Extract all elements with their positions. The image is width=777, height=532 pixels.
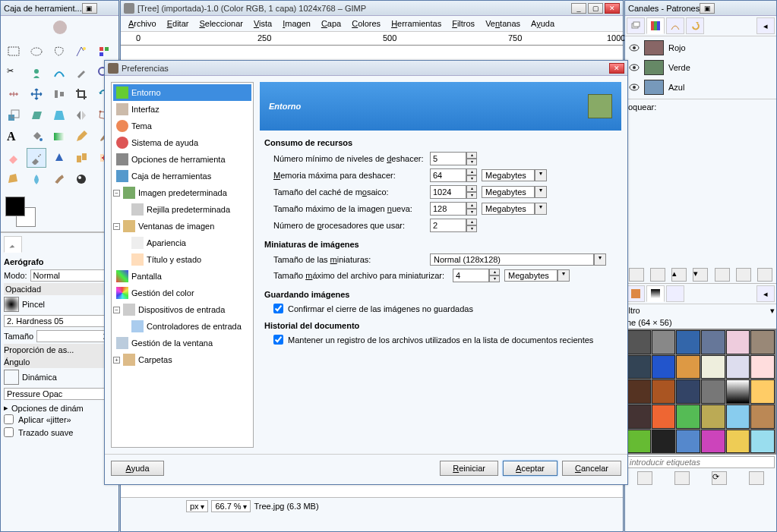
spin-up-icon[interactable]: ▴ — [466, 202, 477, 209]
max-new-unit[interactable]: Megabytes — [482, 203, 535, 215]
pattern-cell[interactable] — [726, 330, 750, 354]
tool-blur[interactable] — [27, 169, 46, 189]
spin-down-icon[interactable]: ▾ — [466, 175, 477, 182]
tool-scissors[interactable]: ✂ — [4, 63, 24, 83]
spin-down-icon[interactable]: ▾ — [466, 209, 477, 216]
menu-colores[interactable]: Colores — [347, 17, 385, 30]
tool-ellipse-select[interactable] — [27, 42, 46, 61]
pattern-cell[interactable] — [676, 379, 700, 404]
tree-opciones-herramienta[interactable]: Opciones de herramienta — [113, 151, 251, 168]
close-button[interactable]: ✕ — [609, 63, 624, 74]
pattern-cell[interactable] — [627, 379, 651, 404]
color-selector[interactable] — [1, 192, 118, 231]
help-button[interactable]: Ayuda — [111, 461, 164, 476]
brush-preview[interactable] — [4, 297, 19, 312]
pattern-cell[interactable] — [652, 355, 676, 379]
menu-herramientas[interactable]: Herramientas — [387, 17, 446, 30]
tree-interfaz[interactable]: Interfaz — [113, 101, 251, 118]
tool-color-picker[interactable] — [71, 63, 91, 83]
spin-down-icon[interactable]: ▾ — [489, 275, 500, 282]
pattern-cell[interactable] — [750, 430, 775, 454]
pattern-cell[interactable] — [627, 430, 651, 454]
tool-rect-select[interactable] — [4, 42, 24, 61]
tool-clone[interactable] — [71, 148, 91, 168]
dyn-options-label[interactable]: Opciones de dinám — [11, 404, 84, 413]
toolbox-titlebar[interactable]: Caja de herramient... ▣ — [1, 1, 118, 16]
pattern-cell[interactable] — [627, 355, 651, 379]
undo-mem-input[interactable] — [430, 168, 466, 182]
tree-tema[interactable]: Tema — [113, 118, 251, 134]
pat-refresh-icon[interactable]: ⟳ — [712, 471, 727, 485]
processors-input[interactable] — [430, 219, 466, 232]
tree-caja-herramientas[interactable]: Caja de herramientas — [113, 168, 251, 184]
tab-layers[interactable] — [627, 17, 645, 34]
ch-new-icon[interactable] — [650, 268, 665, 282]
menu-filtros[interactable]: Filtros — [447, 17, 479, 30]
ch-up-icon[interactable]: ▴ — [671, 268, 687, 282]
pattern-cell[interactable] — [676, 330, 700, 354]
tab-patterns[interactable] — [646, 285, 665, 302]
pat-edit-icon[interactable] — [637, 471, 652, 485]
pat-del-icon[interactable] — [674, 471, 690, 485]
prefs-tree[interactable]: Entorno Interfaz Tema Sistema de ayuda O… — [111, 82, 254, 448]
tree-ventanas-imagen[interactable]: Ventanas de imagen — [120, 218, 251, 235]
restore-button[interactable]: ▣ — [700, 3, 715, 14]
thumb-size-select[interactable]: Normal (128x128) — [430, 253, 594, 266]
chevron-down-icon[interactable]: ▾ — [557, 269, 570, 282]
tree-imagen-pred[interactable]: Imagen predeterminada — [120, 184, 251, 201]
close-button[interactable]: ✕ — [605, 3, 620, 14]
tab-gradients[interactable] — [666, 285, 684, 302]
spin-down-icon[interactable]: ▾ — [466, 225, 477, 232]
tree-dispositivos-entrada[interactable]: Dispositivos de entrada — [120, 301, 251, 318]
channel-row[interactable]: Verde — [627, 58, 775, 77]
brush-select[interactable] — [4, 315, 115, 327]
pattern-cell[interactable] — [726, 379, 750, 404]
tool-ink[interactable] — [49, 148, 69, 168]
maximize-button[interactable]: ▢ — [588, 3, 603, 14]
tab-undo[interactable] — [686, 17, 704, 34]
menu-imagen[interactable]: Imagen — [278, 17, 315, 30]
tool-flip[interactable] — [71, 105, 91, 125]
tool-blend[interactable] — [49, 127, 69, 146]
tree-controladores-entrada[interactable]: Controladores de entrada — [113, 318, 251, 335]
ch-edit-icon[interactable] — [629, 268, 644, 282]
ruler-horizontal[interactable]: 0 250 500 750 1000 — [121, 32, 623, 46]
max-new-input[interactable] — [430, 202, 466, 216]
tree-sistema-ayuda[interactable]: Sistema de ayuda — [113, 134, 251, 151]
tool-measure[interactable] — [4, 84, 24, 104]
cancel-button[interactable]: Cancelar — [562, 461, 621, 476]
chevron-down-icon[interactable]: ▾ — [535, 203, 547, 215]
tab-brushes[interactable] — [627, 285, 645, 302]
keep-history-checkbox[interactable] — [273, 335, 283, 345]
dynamics-select[interactable] — [4, 388, 115, 400]
tree-carpetas[interactable]: Carpetas — [120, 351, 251, 368]
spin-up-icon[interactable]: ▴ — [466, 152, 477, 159]
pattern-cell[interactable] — [701, 405, 725, 429]
chevron-down-icon[interactable]: ▾ — [535, 186, 547, 198]
pattern-cell[interactable] — [750, 405, 775, 429]
ch-sel-icon[interactable] — [736, 268, 751, 282]
expander-icon[interactable]: − — [113, 223, 120, 230]
pattern-cell[interactable] — [627, 330, 651, 354]
menu-capa[interactable]: Capa — [317, 17, 346, 30]
tree-apariencia[interactable]: Apariencia — [113, 235, 251, 251]
chevron-down-icon[interactable]: ▾ — [594, 253, 606, 266]
pattern-cell[interactable] — [652, 405, 676, 429]
dynamics-icon[interactable] — [4, 370, 19, 385]
tags-input[interactable] — [627, 456, 775, 468]
spin-up-icon[interactable]: ▴ — [466, 185, 477, 192]
tab-channels[interactable] — [646, 17, 665, 34]
expander-icon[interactable]: + — [113, 357, 120, 364]
tree-rejilla-pred[interactable]: Rejilla predeterminada — [113, 201, 251, 218]
expander-icon[interactable]: − — [113, 307, 120, 313]
image-titlebar[interactable]: [Tree] (importada)-1.0 (Color RGB, 1 cap… — [121, 1, 623, 16]
ch-dup-icon[interactable] — [715, 268, 730, 282]
pattern-cell[interactable] — [750, 330, 775, 354]
undo-mem-unit[interactable]: Megabytes — [482, 169, 535, 181]
tool-align[interactable] — [49, 84, 69, 104]
pattern-cell[interactable] — [627, 405, 651, 429]
status-zoom[interactable]: 66.7 % ▾ — [211, 500, 251, 512]
restore-button[interactable]: ▣ — [82, 3, 97, 14]
tree-entorno[interactable]: Entorno — [113, 84, 251, 101]
tool-dodge[interactable] — [71, 169, 91, 189]
